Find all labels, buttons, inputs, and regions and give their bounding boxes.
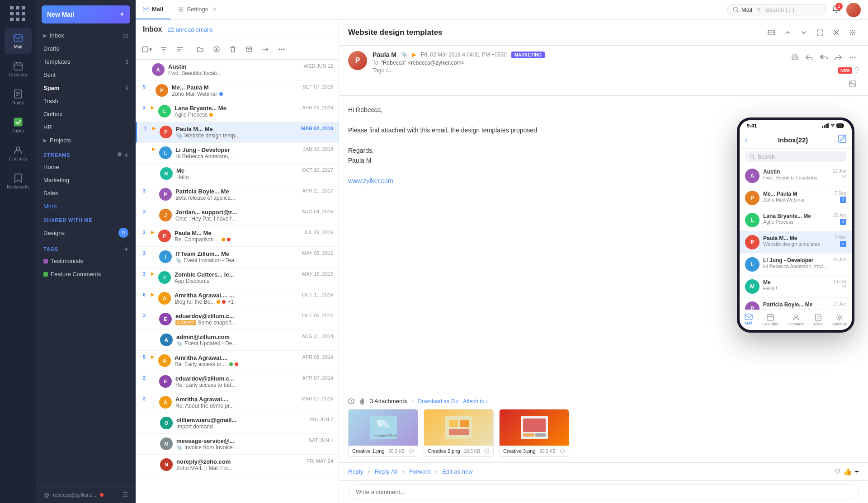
- sidebar-item-home[interactable]: Home: [36, 160, 136, 174]
- nav-calendar[interactable]: Calendar: [5, 56, 32, 82]
- next-email-button[interactable]: [797, 26, 810, 39]
- sidebar-item-drafts[interactable]: Drafts: [36, 42, 136, 55]
- nav-mail[interactable]: Mail: [5, 28, 32, 54]
- nav-notes[interactable]: Notes: [5, 84, 32, 110]
- image-toggle-button[interactable]: [846, 77, 859, 90]
- email-item[interactable]: 6 ▶ A Amritha Agrawal.... ... Blog for t…: [136, 288, 339, 309]
- tab-mail[interactable]: Mail: [136, 0, 170, 19]
- new-mail-button[interactable]: New Mail ▼: [42, 5, 130, 24]
- user-avatar[interactable]: [846, 3, 861, 17]
- detail-settings-button[interactable]: [846, 26, 859, 39]
- streams-add-icon[interactable]: +: [124, 151, 128, 159]
- nav-tasks[interactable]: Tasks: [5, 112, 32, 138]
- email-item[interactable]: O olilienwuaru@gmail... Import demand FR…: [136, 413, 339, 434]
- forward-button[interactable]: Forward: [409, 468, 431, 475]
- prev-email-button[interactable]: [781, 26, 794, 39]
- email-item[interactable]: 5 P Me... Paula M Zoho Mail Webinar SEP …: [136, 80, 339, 101]
- email-item-selected[interactable]: 1 ▶ P Paula M... Me 📎Website design temp…: [136, 122, 339, 143]
- sidebar-item-spam[interactable]: Spam 6: [36, 81, 136, 94]
- mobile-nav-mail[interactable]: Mail: [745, 314, 753, 326]
- settings-tab-close[interactable]: ✕: [212, 6, 217, 12]
- mobile-nav-files[interactable]: Files: [814, 314, 822, 326]
- thumbsup-reaction[interactable]: 👍: [843, 467, 852, 476]
- streams-settings-icon[interactable]: ⚙: [117, 151, 123, 159]
- fullscreen-button[interactable]: [814, 26, 826, 39]
- sidebar-item-outbox[interactable]: Outbox: [36, 108, 136, 121]
- email-item[interactable]: A Austin Fwd: Beautiful locati... WED JU…: [136, 60, 339, 80]
- attachment-3[interactable]: Creative 3.png 20.3 KB: [499, 409, 569, 457]
- sort-button[interactable]: [174, 43, 186, 56]
- mobile-nav-contacts[interactable]: Contacts: [788, 314, 805, 326]
- sidebar-item-trash[interactable]: Trash: [36, 94, 136, 108]
- tag-button[interactable]: [210, 43, 223, 56]
- attach-to-link[interactable]: Attach to ›: [463, 398, 488, 404]
- mobile-back-button[interactable]: ‹: [745, 135, 748, 145]
- email-item[interactable]: 3 P Patricia Boyle... Me Beta release of…: [136, 184, 339, 205]
- email-item[interactable]: 2 I ITTeam Zillum... Me 📎Event Invitatio…: [136, 247, 339, 268]
- sidebar-item-inbox[interactable]: ▶ Inbox 22: [36, 29, 136, 42]
- mobile-email-item[interactable]: M Me Hello ! 10 Oct: [740, 276, 852, 298]
- folder-button[interactable]: [194, 43, 207, 56]
- reply-all-button-top[interactable]: [817, 51, 830, 64]
- mobile-nav-calendar[interactable]: Calendar: [762, 314, 779, 326]
- select-all-button[interactable]: ▼: [141, 43, 154, 56]
- mobile-email-item[interactable]: P Patricia Boyle... Me Beta release for …: [740, 298, 852, 310]
- email-item[interactable]: 2 A Amritha Agrawal.... Re: About the de…: [136, 392, 339, 413]
- sidebar-collapse-icon[interactable]: ☰: [123, 491, 128, 498]
- move-button[interactable]: [259, 43, 272, 56]
- email-item[interactable]: N noreply@zoho.com Zoho MAIL :: Mail For…: [136, 455, 339, 475]
- tags-add-icon[interactable]: +: [124, 245, 128, 253]
- email-item[interactable]: M Me Hello ! OCT 10, 2017: [136, 164, 339, 184]
- email-item[interactable]: 3 J Jordan... support@z... Chat : Hey Pa…: [136, 205, 339, 226]
- heart-reaction[interactable]: ♡: [834, 467, 840, 476]
- tab-settings[interactable]: Settings ✕: [170, 0, 224, 19]
- mobile-email-item[interactable]: L Li Jung - Developer Hi Rebecca Anderso…: [740, 254, 852, 276]
- delete-button[interactable]: [226, 43, 239, 56]
- mobile-email-item[interactable]: A Austin Fwd: Beautiful Locations 12 Jun: [740, 165, 852, 187]
- mobile-search-bar[interactable]: Search: [745, 151, 846, 162]
- sidebar-item-templates[interactable]: Templates 3: [36, 55, 136, 68]
- archive-button[interactable]: [243, 43, 255, 56]
- reply-button-top[interactable]: [803, 51, 816, 64]
- sidebar-item-designs[interactable]: Designs D: [36, 225, 136, 241]
- email-item[interactable]: 2 E eduardov@zillum.c... Re: Early acces…: [136, 371, 339, 392]
- sidebar-item-sales[interactable]: Sales: [36, 187, 136, 200]
- email-item[interactable]: M message-service@... 📎Invoice from Invo…: [136, 434, 339, 455]
- filter-button[interactable]: [157, 43, 170, 56]
- grid-menu[interactable]: [10, 5, 26, 22]
- email-item[interactable]: 3 ▶ L Lana Bryante... Me Agile Process A…: [136, 101, 339, 122]
- sidebar-item-marketing[interactable]: Marketing: [36, 174, 136, 187]
- more-button[interactable]: [275, 43, 288, 56]
- attachment-2[interactable]: Creative 2.png 20.3 KB: [424, 409, 494, 457]
- notification-bell[interactable]: 2: [832, 5, 841, 15]
- unread-link[interactable]: 22 unread emails: [168, 26, 213, 33]
- sidebar-item-testimonials[interactable]: Testimonials: [36, 254, 136, 268]
- comment-input[interactable]: [348, 484, 859, 499]
- nav-contacts[interactable]: Contacts: [5, 140, 32, 166]
- nav-bookmarks[interactable]: Bookmarks: [5, 168, 32, 194]
- mobile-nav-settings[interactable]: Settings: [832, 314, 847, 326]
- attachment-1[interactable]: Imagine Clothes As Natural As You Creati…: [348, 409, 418, 457]
- download-zip-link[interactable]: Download as Zip: [418, 398, 458, 404]
- reply-all-button[interactable]: Reply All: [375, 468, 398, 475]
- email-item[interactable]: 3 E eduardov@zillum.c... 1 DRAFT Some sn…: [136, 309, 339, 330]
- sidebar-item-projects[interactable]: ▶ Projects: [36, 134, 136, 147]
- mobile-compose-button[interactable]: [838, 135, 846, 145]
- website-link[interactable]: www.zylker.com: [348, 177, 393, 184]
- sidebar-item-feature-comments[interactable]: Feature Comments: [36, 268, 136, 281]
- email-item[interactable]: 3 ▶ Z Zombie Cutters... le... App Discou…: [136, 268, 339, 288]
- sidebar-item-more[interactable]: More ...: [36, 200, 136, 213]
- edit-as-new-button[interactable]: Edit as new: [442, 468, 472, 475]
- sidebar-item-sent[interactable]: Sent: [36, 68, 136, 81]
- add-tag-icon[interactable]: 🏷: [386, 67, 391, 74]
- forward-button-top[interactable]: [832, 51, 844, 64]
- mobile-email-item-selected[interactable]: P Paula M... Me Website design templates…: [740, 231, 852, 254]
- reply-button[interactable]: Reply: [348, 468, 363, 475]
- email-item[interactable]: 5 ▶ A Amritha Agrawal.... Re: Early acce…: [136, 351, 339, 371]
- print-button[interactable]: [788, 51, 801, 64]
- help-icon[interactable]: ?: [855, 66, 859, 75]
- mobile-email-item[interactable]: L Lana Bryante... Me Agile Process 26 Ap…: [740, 209, 852, 231]
- more-options-button[interactable]: [846, 51, 859, 64]
- mobile-email-item[interactable]: P Me... Paula M Zoho Mail Webinar 7 Sep …: [740, 187, 852, 209]
- expand-view-button[interactable]: [765, 26, 778, 39]
